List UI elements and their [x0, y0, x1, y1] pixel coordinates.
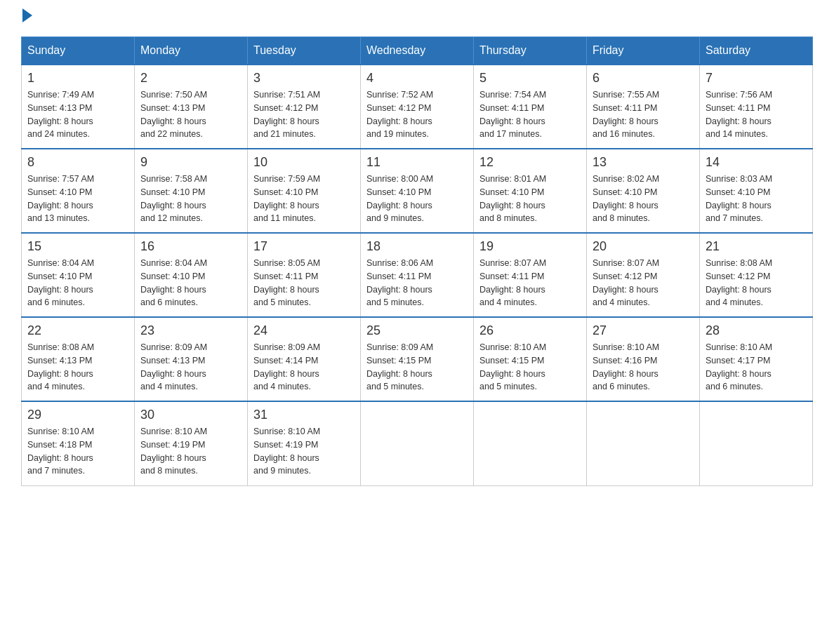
- day-info: Sunrise: 8:10 AMSunset: 4:15 PMDaylight:…: [479, 341, 581, 394]
- day-info: Sunrise: 7:55 AMSunset: 4:11 PMDaylight:…: [593, 88, 694, 141]
- calendar-cell: 14Sunrise: 8:03 AMSunset: 4:10 PMDayligh…: [700, 149, 813, 233]
- calendar-cell: [361, 401, 474, 485]
- calendar-header-saturday: Saturday: [700, 37, 813, 65]
- day-number: 31: [253, 408, 355, 422]
- calendar-week-row: 22Sunrise: 8:08 AMSunset: 4:13 PMDayligh…: [22, 317, 813, 401]
- day-info: Sunrise: 7:54 AMSunset: 4:11 PMDaylight:…: [479, 88, 581, 141]
- day-number: 22: [27, 323, 128, 338]
- day-number: 4: [366, 71, 468, 86]
- day-info: Sunrise: 7:58 AMSunset: 4:10 PMDaylight:…: [140, 173, 241, 225]
- day-number: 25: [366, 323, 468, 338]
- day-info: Sunrise: 8:10 AMSunset: 4:16 PMDaylight:…: [593, 341, 694, 394]
- day-info: Sunrise: 7:49 AMSunset: 4:13 PMDaylight:…: [27, 88, 128, 141]
- day-info: Sunrise: 8:06 AMSunset: 4:11 PMDaylight:…: [366, 257, 468, 309]
- day-info: Sunrise: 7:52 AMSunset: 4:12 PMDaylight:…: [366, 88, 468, 141]
- calendar-header-sunday: Sunday: [22, 37, 135, 65]
- day-info: Sunrise: 8:03 AMSunset: 4:10 PMDaylight:…: [706, 173, 807, 225]
- calendar-cell: 18Sunrise: 8:06 AMSunset: 4:11 PMDayligh…: [361, 233, 474, 317]
- day-info: Sunrise: 8:04 AMSunset: 4:10 PMDaylight:…: [27, 257, 128, 309]
- calendar-cell: 5Sunrise: 7:54 AMSunset: 4:11 PMDaylight…: [474, 65, 587, 149]
- calendar-cell: 12Sunrise: 8:01 AMSunset: 4:10 PMDayligh…: [474, 149, 587, 233]
- day-number: 15: [27, 239, 128, 254]
- calendar-cell: 22Sunrise: 8:08 AMSunset: 4:13 PMDayligh…: [22, 317, 135, 401]
- calendar-week-row: 1Sunrise: 7:49 AMSunset: 4:13 PMDaylight…: [22, 65, 813, 149]
- calendar-cell: 27Sunrise: 8:10 AMSunset: 4:16 PMDayligh…: [587, 317, 700, 401]
- calendar-week-row: 8Sunrise: 7:57 AMSunset: 4:10 PMDaylight…: [22, 149, 813, 233]
- day-number: 6: [593, 71, 694, 86]
- day-info: Sunrise: 8:01 AMSunset: 4:10 PMDaylight:…: [479, 173, 581, 225]
- calendar-cell: 11Sunrise: 8:00 AMSunset: 4:10 PMDayligh…: [361, 149, 474, 233]
- day-info: Sunrise: 8:10 AMSunset: 4:19 PMDaylight:…: [140, 425, 241, 478]
- calendar-table: SundayMondayTuesdayWednesdayThursdayFrid…: [21, 36, 813, 486]
- calendar-cell: [474, 401, 587, 485]
- day-number: 28: [706, 323, 807, 338]
- day-number: 24: [253, 323, 355, 338]
- calendar-header-tuesday: Tuesday: [248, 37, 361, 65]
- calendar-cell: 1Sunrise: 7:49 AMSunset: 4:13 PMDaylight…: [22, 65, 135, 149]
- day-number: 30: [140, 408, 241, 422]
- calendar-cell: 3Sunrise: 7:51 AMSunset: 4:12 PMDaylight…: [248, 65, 361, 149]
- calendar-cell: 23Sunrise: 8:09 AMSunset: 4:13 PMDayligh…: [135, 317, 248, 401]
- day-number: 8: [27, 155, 128, 170]
- logo: [21, 14, 32, 22]
- day-info: Sunrise: 7:57 AMSunset: 4:10 PMDaylight:…: [27, 173, 128, 225]
- day-info: Sunrise: 8:00 AMSunset: 4:10 PMDaylight:…: [366, 173, 468, 225]
- day-number: 14: [706, 155, 807, 170]
- day-number: 5: [479, 71, 581, 86]
- day-info: Sunrise: 8:07 AMSunset: 4:12 PMDaylight:…: [593, 257, 694, 309]
- day-number: 13: [593, 155, 694, 170]
- calendar-cell: 8Sunrise: 7:57 AMSunset: 4:10 PMDaylight…: [22, 149, 135, 233]
- calendar-cell: 17Sunrise: 8:05 AMSunset: 4:11 PMDayligh…: [248, 233, 361, 317]
- day-info: Sunrise: 8:04 AMSunset: 4:10 PMDaylight:…: [140, 257, 241, 309]
- day-number: 27: [593, 323, 694, 338]
- day-number: 26: [479, 323, 581, 338]
- day-info: Sunrise: 7:59 AMSunset: 4:10 PMDaylight:…: [253, 173, 355, 225]
- day-info: Sunrise: 8:10 AMSunset: 4:17 PMDaylight:…: [706, 341, 807, 394]
- day-info: Sunrise: 8:10 AMSunset: 4:18 PMDaylight:…: [27, 425, 128, 478]
- day-info: Sunrise: 8:02 AMSunset: 4:10 PMDaylight:…: [593, 173, 694, 225]
- day-number: 17: [253, 239, 355, 254]
- calendar-cell: 20Sunrise: 8:07 AMSunset: 4:12 PMDayligh…: [587, 233, 700, 317]
- calendar-cell: 25Sunrise: 8:09 AMSunset: 4:15 PMDayligh…: [361, 317, 474, 401]
- calendar-week-row: 29Sunrise: 8:10 AMSunset: 4:18 PMDayligh…: [22, 401, 813, 485]
- day-number: 23: [140, 323, 241, 338]
- day-info: Sunrise: 8:08 AMSunset: 4:12 PMDaylight:…: [706, 257, 807, 309]
- calendar-cell: 7Sunrise: 7:56 AMSunset: 4:11 PMDaylight…: [700, 65, 813, 149]
- calendar-header-monday: Monday: [135, 37, 248, 65]
- day-info: Sunrise: 7:51 AMSunset: 4:12 PMDaylight:…: [253, 88, 355, 141]
- day-number: 20: [593, 239, 694, 254]
- calendar-header-thursday: Thursday: [474, 37, 587, 65]
- day-info: Sunrise: 8:08 AMSunset: 4:13 PMDaylight:…: [27, 341, 128, 394]
- page-header: [21, 14, 813, 22]
- logo-triangle-icon: [22, 8, 32, 22]
- day-info: Sunrise: 8:07 AMSunset: 4:11 PMDaylight:…: [479, 257, 581, 309]
- calendar-cell: 26Sunrise: 8:10 AMSunset: 4:15 PMDayligh…: [474, 317, 587, 401]
- day-info: Sunrise: 8:09 AMSunset: 4:14 PMDaylight:…: [253, 341, 355, 394]
- day-info: Sunrise: 7:56 AMSunset: 4:11 PMDaylight:…: [706, 88, 807, 141]
- day-number: 21: [706, 239, 807, 254]
- calendar-week-row: 15Sunrise: 8:04 AMSunset: 4:10 PMDayligh…: [22, 233, 813, 317]
- day-number: 16: [140, 239, 241, 254]
- calendar-cell: 30Sunrise: 8:10 AMSunset: 4:19 PMDayligh…: [135, 401, 248, 485]
- day-number: 19: [479, 239, 581, 254]
- calendar-cell: 15Sunrise: 8:04 AMSunset: 4:10 PMDayligh…: [22, 233, 135, 317]
- day-info: Sunrise: 8:09 AMSunset: 4:13 PMDaylight:…: [140, 341, 241, 394]
- calendar-cell: 2Sunrise: 7:50 AMSunset: 4:13 PMDaylight…: [135, 65, 248, 149]
- day-number: 11: [366, 155, 468, 170]
- calendar-cell: 19Sunrise: 8:07 AMSunset: 4:11 PMDayligh…: [474, 233, 587, 317]
- calendar-header-wednesday: Wednesday: [361, 37, 474, 65]
- calendar-header-friday: Friday: [587, 37, 700, 65]
- calendar-cell: 9Sunrise: 7:58 AMSunset: 4:10 PMDaylight…: [135, 149, 248, 233]
- day-number: 10: [253, 155, 355, 170]
- calendar-cell: 21Sunrise: 8:08 AMSunset: 4:12 PMDayligh…: [700, 233, 813, 317]
- day-number: 9: [140, 155, 241, 170]
- day-number: 1: [27, 71, 128, 86]
- calendar-cell: 24Sunrise: 8:09 AMSunset: 4:14 PMDayligh…: [248, 317, 361, 401]
- day-info: Sunrise: 8:10 AMSunset: 4:19 PMDaylight:…: [253, 425, 355, 478]
- day-number: 18: [366, 239, 468, 254]
- day-info: Sunrise: 8:05 AMSunset: 4:11 PMDaylight:…: [253, 257, 355, 309]
- calendar-cell: [587, 401, 700, 485]
- calendar-header-row: SundayMondayTuesdayWednesdayThursdayFrid…: [22, 37, 813, 65]
- calendar-cell: 4Sunrise: 7:52 AMSunset: 4:12 PMDaylight…: [361, 65, 474, 149]
- day-number: 12: [479, 155, 581, 170]
